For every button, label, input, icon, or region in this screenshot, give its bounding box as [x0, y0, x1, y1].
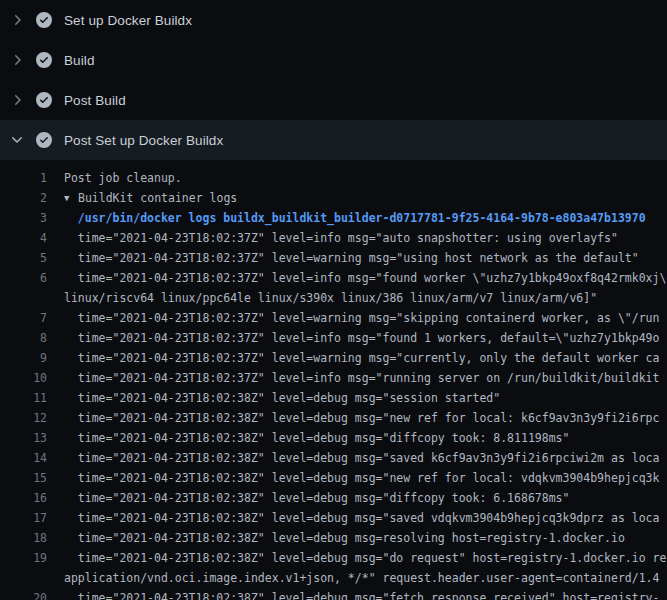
chevron-right-icon [9, 92, 25, 108]
log-line-text: application/vnd.oci.image.index.v1+json,… [64, 568, 659, 588]
chevron-down-icon [9, 132, 25, 148]
log-line: 11 time="2021-04-23T18:02:38Z" level=deb… [0, 388, 667, 408]
log-line-number[interactable]: 2 [0, 188, 47, 208]
log-line: 2 ▼BuildKit container logs [0, 188, 667, 208]
log-line: 15 time="2021-04-23T18:02:38Z" level=deb… [0, 468, 667, 488]
log-line: 19 time="2021-04-23T18:02:38Z" level=deb… [0, 548, 667, 568]
log-line: 16 time="2021-04-23T18:02:38Z" level=deb… [0, 488, 667, 508]
log-line-text: time="2021-04-23T18:02:37Z" level=warnin… [64, 248, 639, 268]
log-line-text: time="2021-04-23T18:02:38Z" level=debug … [64, 508, 659, 528]
log-line-text: ▼BuildKit container logs [64, 188, 237, 208]
log-line-text: Post job cleanup. [64, 168, 182, 188]
log-line: 17 time="2021-04-23T18:02:38Z" level=deb… [0, 508, 667, 528]
step-label: Post Set up Docker Buildx [64, 133, 223, 148]
log-line: 4 time="2021-04-23T18:02:37Z" level=info… [0, 228, 667, 248]
log-line-text: time="2021-04-23T18:02:38Z" level=debug … [64, 468, 659, 488]
log-line-text: time="2021-04-23T18:02:38Z" level=debug … [64, 408, 659, 428]
log-line-text: time="2021-04-23T18:02:37Z" level=info m… [64, 328, 659, 348]
log-line-text: time="2021-04-23T18:02:38Z" level=debug … [64, 488, 569, 508]
log-line-number[interactable]: 9 [0, 348, 47, 368]
log-line-text: time="2021-04-23T18:02:38Z" level=debug … [64, 548, 666, 568]
log-line-text: time="2021-04-23T18:02:38Z" level=debug … [64, 428, 569, 448]
log-line: 8 time="2021-04-23T18:02:37Z" level=info… [0, 328, 667, 348]
step-row-build[interactable]: Build [0, 40, 667, 80]
actions-log-panel: Set up Docker Buildx Build [0, 0, 667, 600]
log-line: 1 Post job cleanup. [0, 168, 667, 188]
log-line: 10 time="2021-04-23T18:02:37Z" level=inf… [0, 368, 667, 388]
log-line-text: time="2021-04-23T18:02:37Z" level=info m… [64, 228, 618, 248]
log-line: 13 time="2021-04-23T18:02:38Z" level=deb… [0, 428, 667, 448]
log-line-number[interactable]: 17 [0, 508, 47, 528]
log-line-number[interactable]: 19 [0, 548, 47, 568]
log-line-number[interactable]: 8 [0, 328, 47, 348]
group-label[interactable]: BuildKit container logs [78, 191, 237, 205]
log-line: 3 /usr/bin/docker logs buildx_buildkit_b… [0, 208, 667, 228]
log-line-text: time="2021-04-23T18:02:37Z" level=warnin… [64, 348, 659, 368]
steps-list: Set up Docker Buildx Build [0, 0, 667, 160]
log-line: 7 time="2021-04-23T18:02:37Z" level=warn… [0, 308, 667, 328]
chevron-right-icon [9, 52, 25, 68]
log-line-number[interactable]: 16 [0, 488, 47, 508]
check-circle-icon [36, 132, 52, 148]
log-line-number[interactable]: 5 [0, 248, 47, 268]
log-line: 6 time="2021-04-23T18:02:37Z" level=info… [0, 268, 667, 288]
log-line-number[interactable]: 10 [0, 368, 47, 388]
check-circle-icon [36, 92, 52, 108]
log-line-number[interactable] [0, 568, 47, 588]
log-line-number[interactable]: 13 [0, 428, 47, 448]
log-line-number[interactable]: 1 [0, 168, 47, 188]
log-line-text: linux/riscv64 linux/ppc64le linux/s390x … [64, 288, 597, 308]
check-circle-icon [36, 12, 52, 28]
log-line-number[interactable]: 4 [0, 228, 47, 248]
log-line-text: time="2021-04-23T18:02:38Z" level=debug … [64, 588, 659, 600]
log-lines: 1 Post job cleanup. 2 ▼BuildKit containe… [0, 160, 667, 600]
log-line-text: time="2021-04-23T18:02:37Z" level=info m… [64, 368, 659, 388]
log-line: 12 time="2021-04-23T18:02:38Z" level=deb… [0, 408, 667, 428]
log-line: 20 time="2021-04-23T18:02:38Z" level=deb… [0, 588, 667, 600]
step-label: Set up Docker Buildx [64, 13, 192, 28]
log-line: application/vnd.oci.image.index.v1+json,… [0, 568, 667, 588]
log-line: linux/riscv64 linux/ppc64le linux/s390x … [0, 288, 667, 308]
log-line: 18 time="2021-04-23T18:02:38Z" level=deb… [0, 528, 667, 548]
log-line-number[interactable] [0, 288, 47, 308]
check-circle-icon [36, 52, 52, 68]
log-line-text: time="2021-04-23T18:02:38Z" level=debug … [64, 388, 500, 408]
log-line-text: time="2021-04-23T18:02:37Z" level=info m… [64, 268, 667, 288]
group-caret-icon[interactable]: ▼ [64, 188, 78, 208]
step-row-set-up-docker-buildx[interactable]: Set up Docker Buildx [0, 0, 667, 40]
step-label: Post Build [64, 93, 126, 108]
log-line-text: /usr/bin/docker logs buildx_buildkit_bui… [64, 208, 646, 228]
log-line: 5 time="2021-04-23T18:02:37Z" level=warn… [0, 248, 667, 268]
log-line-number[interactable]: 18 [0, 528, 47, 548]
log-line-number[interactable]: 6 [0, 268, 47, 288]
step-label: Build [64, 53, 95, 68]
log-line-number[interactable]: 3 [0, 208, 47, 228]
log-line-number[interactable]: 7 [0, 308, 47, 328]
log-line-text: time="2021-04-23T18:02:37Z" level=warnin… [64, 308, 659, 328]
log-line: 9 time="2021-04-23T18:02:37Z" level=warn… [0, 348, 667, 368]
log-line-number[interactable]: 12 [0, 408, 47, 428]
chevron-right-icon [9, 12, 25, 28]
log-line-number[interactable]: 15 [0, 468, 47, 488]
log-line-number[interactable]: 20 [0, 588, 47, 600]
log-line-number[interactable]: 14 [0, 448, 47, 468]
log-line-number[interactable]: 11 [0, 388, 47, 408]
step-row-post-build[interactable]: Post Build [0, 80, 667, 120]
step-row-post-set-up-docker-buildx[interactable]: Post Set up Docker Buildx [0, 120, 667, 160]
log-line-text: time="2021-04-23T18:02:38Z" level=debug … [64, 528, 625, 548]
log-line: 14 time="2021-04-23T18:02:38Z" level=deb… [0, 448, 667, 468]
log-line-text: time="2021-04-23T18:02:38Z" level=debug … [64, 448, 659, 468]
